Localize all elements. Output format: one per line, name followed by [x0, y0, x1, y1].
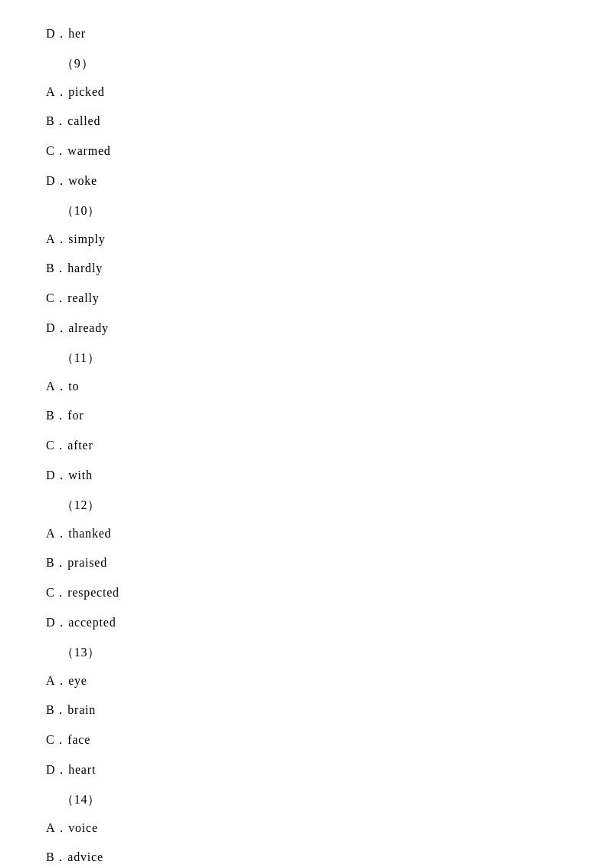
- option-item: C．really: [46, 288, 567, 310]
- option-item: C．face: [46, 729, 567, 751]
- question-number: （9）: [61, 53, 567, 75]
- option-item: A．to: [46, 376, 567, 398]
- option-item: D．accepted: [46, 612, 567, 634]
- option-item: D．heart: [46, 759, 567, 781]
- option-item: A．eye: [46, 670, 567, 692]
- option-item: B．brain: [46, 699, 567, 722]
- question-number: （14）: [61, 789, 567, 811]
- question-number: （10）: [61, 200, 567, 222]
- option-item: D．her: [46, 23, 567, 45]
- option-item: D．with: [46, 465, 567, 487]
- option-item: C．warmed: [46, 140, 567, 163]
- option-item: B．called: [46, 110, 567, 133]
- option-item: D．already: [46, 317, 567, 340]
- option-item: C．after: [46, 435, 567, 457]
- option-item: A．simply: [46, 229, 567, 251]
- option-item: A．voice: [46, 817, 567, 840]
- main-content: D．her（9）A．pickedB．calledC．warmedD．woke（1…: [0, 0, 613, 868]
- option-item: A．thanked: [46, 523, 567, 545]
- question-number: （11）: [61, 347, 567, 370]
- option-item: B．for: [46, 405, 567, 427]
- option-item: D．woke: [46, 170, 567, 192]
- option-item: B．advice: [46, 847, 567, 868]
- option-item: B．praised: [46, 552, 567, 574]
- question-number: （13）: [61, 642, 567, 664]
- option-item: C．respected: [46, 582, 567, 604]
- option-item: B．hardly: [46, 258, 567, 280]
- option-item: A．picked: [46, 81, 567, 104]
- question-number: （12）: [61, 495, 567, 517]
